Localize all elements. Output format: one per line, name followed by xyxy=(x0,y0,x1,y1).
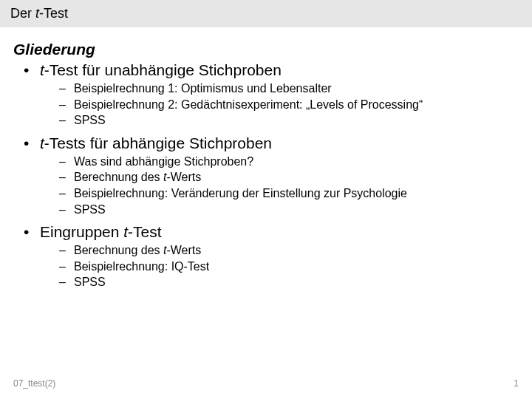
slide-footer: 07_ttest(2) 1 xyxy=(0,378,532,389)
dash-icon: – xyxy=(59,81,74,97)
dash-icon: – xyxy=(59,169,74,185)
section-label-row: •t-Test für unabhängige Stichproben xyxy=(24,61,519,79)
subitem: –Berechnung des t-Werts xyxy=(59,242,519,259)
subitem-list: –Berechnung des t-Werts–Beispielrechnung… xyxy=(59,242,519,290)
subitem-text: Beispielrechnung: IQ-Test xyxy=(74,259,209,275)
subitem-text: Berechnung des t-Werts xyxy=(74,169,201,185)
slide-content: Gliederung •t-Test für unabhängige Stich… xyxy=(0,27,532,290)
bullet-icon: • xyxy=(24,61,40,79)
dash-icon: – xyxy=(59,154,74,170)
section-label-row: •t-Tests für abhängige Stichproben xyxy=(24,134,519,152)
subitem-list: –Was sind abhängige Stichproben?–Berechn… xyxy=(59,154,519,217)
bullet-icon: • xyxy=(24,134,40,152)
footer-left: 07_ttest(2) xyxy=(13,378,55,389)
dash-icon: – xyxy=(59,259,74,275)
subitem-text: Beispielrechnung 1: Optimismus und Leben… xyxy=(74,81,332,97)
subitem: –SPSS xyxy=(59,202,519,218)
section-label-row: •Eingruppen t-Test xyxy=(24,223,519,241)
section-label: t-Tests für abhängige Stichproben xyxy=(40,134,272,152)
slide-title-prefix: Der xyxy=(10,6,35,21)
subitem: –SPSS xyxy=(59,274,519,290)
dash-icon: – xyxy=(59,185,74,202)
subitem-text: Was sind abhängige Stichproben? xyxy=(74,154,253,170)
slide-title-bar: Der t-Test xyxy=(0,0,532,27)
subitem: –SPSS xyxy=(59,112,519,129)
subitem-text: SPSS xyxy=(74,274,106,290)
bullet-icon: • xyxy=(24,223,40,241)
footer-page-number: 1 xyxy=(514,378,519,389)
subitem: –Beispielrechnung: IQ-Test xyxy=(59,259,519,275)
dash-icon: – xyxy=(59,242,74,259)
outline-list: •t-Test für unabhängige Stichproben–Beis… xyxy=(16,61,519,290)
subitem-text: Beispielrechnung 2: Gedächtnisexperiment… xyxy=(74,97,423,113)
dash-icon: – xyxy=(59,97,74,113)
subitem: –Beispielrechnung 1: Optimismus und Lebe… xyxy=(59,81,519,97)
dash-icon: – xyxy=(59,202,74,218)
subitem-text: Beispielrechnung: Veränderung der Einste… xyxy=(74,185,407,202)
outline-section: •t-Tests für abhängige Stichproben–Was s… xyxy=(16,134,519,217)
content-heading: Gliederung xyxy=(13,41,519,58)
section-label: Eingruppen t-Test xyxy=(40,223,162,241)
subitem-text: SPSS xyxy=(74,202,106,218)
dash-icon: – xyxy=(59,274,74,290)
section-label: t-Test für unabhängige Stichproben xyxy=(40,61,282,79)
outline-section: •Eingruppen t-Test–Berechnung des t-Wert… xyxy=(16,223,519,290)
outline-section: •t-Test für unabhängige Stichproben–Beis… xyxy=(16,61,519,129)
subitem: –Was sind abhängige Stichproben? xyxy=(59,154,519,170)
subitem-text: Berechnung des t-Werts xyxy=(74,242,201,259)
subitem: –Beispielrechnung: Veränderung der Einst… xyxy=(59,185,519,202)
subitem: –Berechnung des t-Werts xyxy=(59,169,519,185)
subitem: –Beispielrechnung 2: Gedächtnisexperimen… xyxy=(59,97,519,113)
dash-icon: – xyxy=(59,112,74,129)
subitem-text: SPSS xyxy=(74,112,106,129)
subitem-list: –Beispielrechnung 1: Optimismus und Lebe… xyxy=(59,81,519,129)
slide-title-suffix: -Test xyxy=(39,6,68,21)
